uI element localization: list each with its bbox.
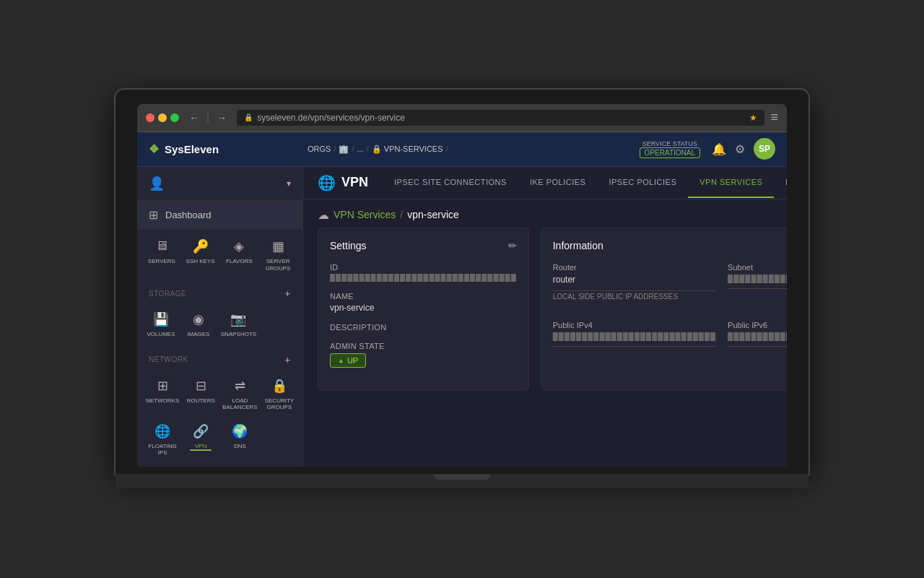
name-label: Name bbox=[330, 292, 517, 301]
subnet-value: ████████████████████████████ bbox=[728, 275, 787, 289]
breadcrumb-sep1: / bbox=[334, 144, 336, 153]
public-ipv6-value: ████████████████████████████ bbox=[728, 332, 787, 347]
description-field: Description bbox=[330, 323, 517, 332]
sidebar-profile[interactable]: 👤 ▾ bbox=[137, 167, 302, 201]
volumes-icon: 💾 bbox=[152, 311, 170, 328]
forward-button[interactable]: → bbox=[212, 111, 231, 125]
compute-grid: 🖥 SERVERS 🔑 SSH KEYS ◈ FLAVORS bbox=[137, 229, 302, 282]
tab-endpoint-groups[interactable]: ENDPOINT GROUPS bbox=[774, 168, 787, 198]
bookmark-star-icon[interactable]: ★ bbox=[749, 113, 757, 123]
sidebar-item-dashboard[interactable]: ⊞ Dashboard bbox=[137, 201, 302, 229]
security-groups-label: SECURITY GROUPS bbox=[265, 397, 294, 411]
close-traffic-light[interactable] bbox=[146, 113, 154, 122]
tab-ipsec-site-connections[interactable]: IPSEC SITE CONNECTIONS bbox=[383, 168, 518, 198]
sidebar-item-ssh-keys[interactable]: 🔑 SSH KEYS bbox=[182, 232, 219, 276]
breadcrumb-vpn-services[interactable]: 🔒 VPN-SERVICES bbox=[372, 144, 443, 154]
service-status: SERVICE STATUS OPERATIONAL bbox=[640, 140, 700, 158]
settings-edit-button[interactable]: ✏ bbox=[508, 240, 517, 251]
sidebar-item-images[interactable]: ◉ IMAGES bbox=[180, 305, 217, 342]
sidebar-item-load-balancers[interactable]: ⇌ LOAD BALANCERS bbox=[219, 371, 260, 415]
service-status-label: SERVICE STATUS bbox=[642, 140, 697, 147]
networks-icon: ⊞ bbox=[154, 377, 171, 394]
traffic-lights bbox=[146, 113, 179, 122]
back-button[interactable]: ← bbox=[185, 111, 204, 125]
logo-text: SysEleven bbox=[165, 143, 219, 155]
public-ipv6-label: Public IPv6 bbox=[728, 321, 787, 329]
admin-state-value: UP bbox=[347, 356, 358, 365]
profile-icon: 👤 bbox=[149, 176, 165, 191]
breadcrumb-orgs[interactable]: ORGS bbox=[308, 144, 331, 153]
dashboard-icon: ⊞ bbox=[149, 208, 158, 222]
sidebar-item-volumes[interactable]: 💾 VOLUMES bbox=[143, 305, 179, 342]
subnet-label: Subnet bbox=[728, 263, 787, 272]
vpn-icon: 🔗 bbox=[192, 423, 209, 440]
sidebar-item-floating-ips[interactable]: 🌐 FLOATING IPS bbox=[143, 417, 182, 461]
breadcrumb-separator: / bbox=[400, 209, 403, 220]
router-label: Router bbox=[553, 263, 716, 272]
top-navigation: ❖ SysEleven ORGS / 🏢 / ... / 🔒 VPN-SERVI… bbox=[137, 132, 787, 167]
breadcrumb-current: vpn-service bbox=[407, 209, 459, 220]
address-bar[interactable]: 🔒 syseleven.de/vpn/services/vpn-service … bbox=[237, 110, 764, 126]
network-section-header: NETWORK + bbox=[137, 348, 302, 368]
description-label: Description bbox=[330, 323, 517, 332]
server-groups-label: SERVER GROUPS bbox=[262, 258, 294, 272]
top-breadcrumb: ORGS / 🏢 / ... / 🔒 VPN-SERVICES / bbox=[308, 144, 640, 154]
sidebar-item-snapshots[interactable]: 📷 SNAPSHOTS bbox=[218, 305, 259, 342]
settings-panel: Settings ✏ ID ██████████████████████████… bbox=[318, 228, 529, 390]
sidebar-item-security-groups[interactable]: 🔒 SECURITY GROUPS bbox=[262, 371, 297, 415]
tab-vpn-services[interactable]: VPN SERVICES bbox=[688, 168, 774, 198]
ssh-keys-label: SSH KEYS bbox=[186, 258, 215, 265]
up-arrow-icon: ▲ bbox=[338, 357, 344, 364]
maximize-traffic-light[interactable] bbox=[170, 113, 179, 122]
sidebar-item-networks[interactable]: ⊞ NETWORKS bbox=[143, 371, 182, 415]
volumes-label: VOLUMES bbox=[147, 331, 175, 338]
settings-button[interactable]: ⚙ bbox=[735, 142, 745, 156]
sidebar-item-dns[interactable]: 🌍 DNS bbox=[219, 417, 260, 461]
dashboard-label: Dashboard bbox=[165, 210, 212, 220]
breadcrumb-sep2: / bbox=[352, 144, 354, 153]
dns-label: DNS bbox=[234, 443, 246, 450]
network-add-button[interactable]: + bbox=[284, 354, 291, 366]
sidebar-item-vpn[interactable]: 🔗 VPN bbox=[183, 417, 218, 461]
admin-state-label: Admin State bbox=[330, 342, 517, 350]
flavors-icon: ◈ bbox=[230, 238, 248, 255]
settings-panel-header: Settings ✏ bbox=[330, 240, 517, 251]
lock-icon: 🔒 bbox=[244, 113, 253, 121]
sidebar-item-servers[interactable]: 🖥 SERVERS bbox=[143, 232, 180, 276]
storage-label: STORAGE bbox=[149, 290, 186, 298]
breadcrumb-vpn-services-link[interactable]: VPN Services bbox=[334, 209, 396, 220]
chevron-down-icon: ▾ bbox=[287, 178, 291, 189]
nav-buttons: ← | → bbox=[185, 111, 231, 125]
servers-label: SERVERS bbox=[148, 258, 175, 265]
info-grid: Router router LOCAL SIDE PUBLIC IP ADDRE… bbox=[553, 263, 787, 347]
network-label: NETWORK bbox=[149, 355, 188, 363]
tab-ipsec-policies[interactable]: IPSEC POLICIES bbox=[597, 168, 688, 198]
network-grid: ⊞ NETWORKS ⊟ ROUTERS ⇌ LOAD BALANCERS bbox=[137, 368, 302, 467]
subnet-field: Subnet ████████████████████████████ bbox=[728, 263, 787, 301]
router-value: router bbox=[553, 275, 716, 291]
storage-section-header: STORAGE + bbox=[137, 282, 302, 302]
breadcrumb-ellipsis[interactable]: ... bbox=[357, 144, 364, 153]
active-indicator bbox=[190, 449, 212, 451]
sidebar-item-flavors[interactable]: ◈ FLAVORS bbox=[221, 232, 258, 276]
sidebar-item-routers[interactable]: ⊟ ROUTERS bbox=[183, 371, 218, 415]
browser-menu-button[interactable]: ≡ bbox=[770, 110, 778, 125]
minimize-traffic-light[interactable] bbox=[158, 113, 167, 122]
storage-add-button[interactable]: + bbox=[284, 288, 291, 299]
networks-label: NETWORKS bbox=[146, 397, 179, 405]
avatar[interactable]: SP bbox=[754, 138, 775, 160]
breadcrumb-sep4: / bbox=[446, 144, 448, 153]
top-nav-icons: 🔔 ⚙ SP bbox=[712, 138, 775, 160]
name-value: vpn-service bbox=[330, 303, 517, 313]
sidebar-item-server-groups[interactable]: ▦ SERVER GROUPS bbox=[259, 232, 297, 276]
service-status-value: OPERATIONAL bbox=[640, 147, 700, 158]
admin-state-badge: ▲ UP bbox=[330, 353, 366, 368]
vpn-page-title: VPN bbox=[341, 175, 368, 190]
name-field: Name vpn-service bbox=[330, 292, 517, 313]
tab-ike-policies[interactable]: IKE POLICIES bbox=[518, 168, 598, 198]
cloud-icon: ☁ bbox=[318, 208, 329, 222]
snapshots-icon: 📷 bbox=[230, 311, 247, 328]
load-balancers-icon: ⇌ bbox=[231, 377, 248, 394]
flavors-label: FLAVORS bbox=[226, 258, 253, 265]
notifications-button[interactable]: 🔔 bbox=[712, 142, 726, 156]
